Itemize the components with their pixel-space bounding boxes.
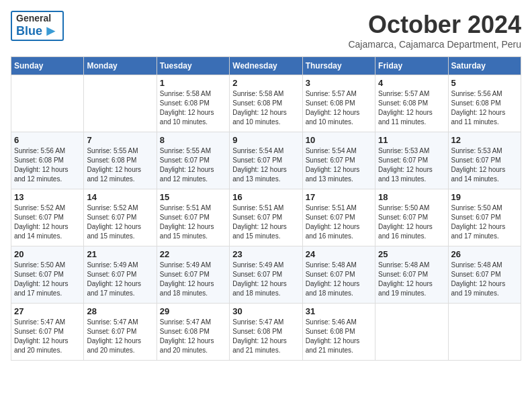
day-info: Sunrise: 5:47 AM Sunset: 6:08 PM Dayligh… — [232, 318, 299, 355]
day-info: Sunrise: 5:55 AM Sunset: 6:08 PM Dayligh… — [87, 146, 153, 184]
calendar-table: SundayMondayTuesdayWednesdayThursdayFrid… — [11, 56, 521, 361]
day-number: 21 — [87, 249, 153, 259]
day-info: Sunrise: 5:48 AM Sunset: 6:07 PM Dayligh… — [306, 261, 372, 298]
day-info: Sunrise: 5:56 AM Sunset: 6:08 PM Dayligh… — [451, 89, 518, 127]
weekday-header: Monday — [84, 57, 157, 75]
calendar-header-row: SundayMondayTuesdayWednesdayThursdayFrid… — [11, 57, 521, 75]
calendar-cell: 20Sunrise: 5:50 AM Sunset: 6:07 PM Dayli… — [11, 246, 84, 304]
day-number: 23 — [232, 249, 299, 259]
day-number: 25 — [378, 249, 445, 259]
day-info: Sunrise: 5:51 AM Sunset: 6:07 PM Dayligh… — [232, 203, 299, 241]
calendar-cell: 6Sunrise: 5:56 AM Sunset: 6:08 PM Daylig… — [11, 132, 84, 189]
weekday-header: Wednesday — [230, 57, 302, 75]
logo-chevron-icon: ► — [44, 24, 58, 38]
day-info: Sunrise: 5:51 AM Sunset: 6:07 PM Dayligh… — [160, 203, 226, 241]
calendar-cell: 23Sunrise: 5:49 AM Sunset: 6:07 PM Dayli… — [230, 246, 302, 304]
day-info: Sunrise: 5:54 AM Sunset: 6:07 PM Dayligh… — [306, 146, 372, 184]
calendar-cell: 1Sunrise: 5:58 AM Sunset: 6:08 PM Daylig… — [157, 75, 229, 132]
weekday-header: Saturday — [448, 57, 521, 75]
calendar-cell — [84, 75, 157, 132]
day-number: 6 — [14, 135, 81, 145]
day-number: 19 — [451, 192, 518, 202]
logo: General Blue ► — [11, 11, 64, 41]
day-number: 16 — [232, 192, 299, 202]
day-number: 28 — [87, 306, 153, 316]
day-info: Sunrise: 5:54 AM Sunset: 6:07 PM Dayligh… — [232, 146, 299, 184]
day-info: Sunrise: 5:49 AM Sunset: 6:07 PM Dayligh… — [160, 261, 226, 298]
day-number: 22 — [160, 249, 226, 259]
day-number: 30 — [232, 306, 299, 316]
calendar-week-row: 27Sunrise: 5:47 AM Sunset: 6:07 PM Dayli… — [11, 304, 521, 361]
day-info: Sunrise: 5:50 AM Sunset: 6:07 PM Dayligh… — [378, 203, 445, 241]
day-info: Sunrise: 5:46 AM Sunset: 6:08 PM Dayligh… — [306, 318, 372, 355]
calendar-cell: 26Sunrise: 5:48 AM Sunset: 6:07 PM Dayli… — [448, 246, 521, 304]
calendar-cell: 19Sunrise: 5:50 AM Sunset: 6:07 PM Dayli… — [448, 189, 521, 246]
day-number: 14 — [87, 192, 153, 202]
weekday-header: Sunday — [11, 57, 84, 75]
calendar-cell: 22Sunrise: 5:49 AM Sunset: 6:07 PM Dayli… — [157, 246, 229, 304]
day-info: Sunrise: 5:47 AM Sunset: 6:07 PM Dayligh… — [14, 318, 81, 355]
calendar-cell: 3Sunrise: 5:57 AM Sunset: 6:08 PM Daylig… — [302, 75, 375, 132]
calendar-week-row: 1Sunrise: 5:58 AM Sunset: 6:08 PM Daylig… — [11, 75, 521, 132]
page-header: General Blue ► October 2024 Cajamarca, C… — [11, 11, 521, 50]
day-number: 31 — [306, 306, 372, 316]
day-info: Sunrise: 5:58 AM Sunset: 6:08 PM Dayligh… — [160, 89, 226, 127]
day-info: Sunrise: 5:47 AM Sunset: 6:08 PM Dayligh… — [160, 318, 226, 355]
day-number: 17 — [306, 192, 372, 202]
day-number: 10 — [306, 135, 372, 145]
calendar-cell: 8Sunrise: 5:55 AM Sunset: 6:07 PM Daylig… — [157, 132, 229, 189]
calendar-cell: 27Sunrise: 5:47 AM Sunset: 6:07 PM Dayli… — [11, 304, 84, 361]
calendar-cell: 10Sunrise: 5:54 AM Sunset: 6:07 PM Dayli… — [302, 132, 375, 189]
calendar-cell: 31Sunrise: 5:46 AM Sunset: 6:08 PM Dayli… — [302, 304, 375, 361]
calendar-cell: 7Sunrise: 5:55 AM Sunset: 6:08 PM Daylig… — [84, 132, 157, 189]
calendar-cell: 16Sunrise: 5:51 AM Sunset: 6:07 PM Dayli… — [230, 189, 302, 246]
calendar-cell: 5Sunrise: 5:56 AM Sunset: 6:08 PM Daylig… — [448, 75, 521, 132]
day-info: Sunrise: 5:50 AM Sunset: 6:07 PM Dayligh… — [451, 203, 518, 241]
day-info: Sunrise: 5:48 AM Sunset: 6:07 PM Dayligh… — [451, 261, 518, 298]
day-number: 4 — [378, 78, 445, 88]
title-area: October 2024 Cajamarca, Cajamarca Depart… — [348, 11, 521, 50]
calendar-cell — [375, 304, 448, 361]
day-info: Sunrise: 5:56 AM Sunset: 6:08 PM Dayligh… — [14, 146, 81, 184]
day-number: 20 — [14, 249, 81, 259]
day-info: Sunrise: 5:51 AM Sunset: 6:07 PM Dayligh… — [306, 203, 372, 241]
calendar-cell: 15Sunrise: 5:51 AM Sunset: 6:07 PM Dayli… — [157, 189, 229, 246]
day-number: 13 — [14, 192, 81, 202]
calendar-cell — [448, 304, 521, 361]
day-number: 24 — [306, 249, 372, 259]
day-info: Sunrise: 5:48 AM Sunset: 6:07 PM Dayligh… — [378, 261, 445, 298]
day-number: 8 — [160, 135, 226, 145]
calendar-cell: 17Sunrise: 5:51 AM Sunset: 6:07 PM Dayli… — [302, 189, 375, 246]
day-number: 12 — [451, 135, 518, 145]
weekday-header: Tuesday — [157, 57, 229, 75]
day-info: Sunrise: 5:55 AM Sunset: 6:07 PM Dayligh… — [160, 146, 226, 184]
day-number: 29 — [160, 306, 226, 316]
calendar-cell: 29Sunrise: 5:47 AM Sunset: 6:08 PM Dayli… — [157, 304, 229, 361]
calendar-cell: 4Sunrise: 5:57 AM Sunset: 6:08 PM Daylig… — [375, 75, 448, 132]
day-number: 11 — [378, 135, 445, 145]
calendar-cell: 13Sunrise: 5:52 AM Sunset: 6:07 PM Dayli… — [11, 189, 84, 246]
month-title: October 2024 — [348, 11, 521, 39]
day-number: 5 — [451, 78, 518, 88]
day-info: Sunrise: 5:52 AM Sunset: 6:07 PM Dayligh… — [14, 203, 81, 241]
calendar-week-row: 20Sunrise: 5:50 AM Sunset: 6:07 PM Dayli… — [11, 246, 521, 304]
day-number: 15 — [160, 192, 226, 202]
calendar-cell: 21Sunrise: 5:49 AM Sunset: 6:07 PM Dayli… — [84, 246, 157, 304]
logo-box: General Blue ► — [11, 11, 64, 41]
calendar-cell: 28Sunrise: 5:47 AM Sunset: 6:07 PM Dayli… — [84, 304, 157, 361]
day-number: 7 — [87, 135, 153, 145]
day-info: Sunrise: 5:50 AM Sunset: 6:07 PM Dayligh… — [14, 261, 81, 298]
calendar-cell: 2Sunrise: 5:58 AM Sunset: 6:08 PM Daylig… — [230, 75, 302, 132]
day-number: 3 — [306, 78, 372, 88]
day-number: 18 — [378, 192, 445, 202]
calendar-cell: 14Sunrise: 5:52 AM Sunset: 6:07 PM Dayli… — [84, 189, 157, 246]
day-info: Sunrise: 5:47 AM Sunset: 6:07 PM Dayligh… — [87, 318, 153, 355]
day-info: Sunrise: 5:49 AM Sunset: 6:07 PM Dayligh… — [232, 261, 299, 298]
calendar-week-row: 6Sunrise: 5:56 AM Sunset: 6:08 PM Daylig… — [11, 132, 521, 189]
calendar-cell: 18Sunrise: 5:50 AM Sunset: 6:07 PM Dayli… — [375, 189, 448, 246]
day-number: 2 — [232, 78, 299, 88]
calendar-cell: 12Sunrise: 5:53 AM Sunset: 6:07 PM Dayli… — [448, 132, 521, 189]
calendar-cell: 24Sunrise: 5:48 AM Sunset: 6:07 PM Dayli… — [302, 246, 375, 304]
day-info: Sunrise: 5:53 AM Sunset: 6:07 PM Dayligh… — [451, 146, 518, 184]
calendar-week-row: 13Sunrise: 5:52 AM Sunset: 6:07 PM Dayli… — [11, 189, 521, 246]
